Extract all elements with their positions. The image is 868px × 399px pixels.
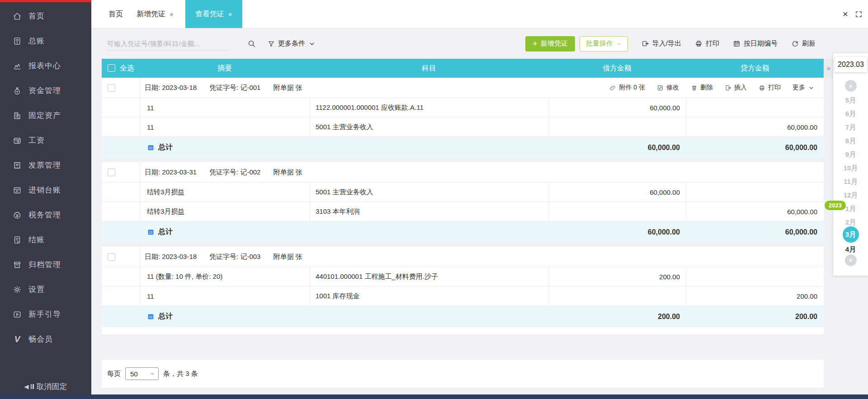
summary-cell: 结转3月损益 (147, 207, 184, 216)
tab-close-icon[interactable]: × (228, 10, 232, 18)
select-all-label: 全选 (120, 59, 134, 78)
sidebar-item-label: 税务管理 (28, 210, 61, 220)
month-item[interactable]: 11月 (833, 175, 868, 188)
sidebar-item-label: 报表中心 (28, 61, 61, 71)
debit-cell: 60,000.00 (650, 188, 680, 196)
voucher-checkbox[interactable] (108, 84, 115, 92)
voucher-line-row[interactable]: 11 1001 库存现金 200.00 (102, 286, 824, 306)
plus-icon: + (533, 40, 538, 48)
window-fullscreen-button[interactable] (855, 0, 863, 28)
sidebar: 首页 总账 报表中心 资金管理 固定资产 工资 (0, 0, 91, 394)
collapse-month-panel-button[interactable]: » (824, 59, 833, 78)
sidebar-item-label: 进销台账 (28, 185, 61, 195)
month-item[interactable]: 6月 (833, 107, 868, 121)
voucher-line-row[interactable]: 11 1122.000001.000001 应收账款.A.11 60,000.0… (102, 98, 824, 117)
sidebar-item-tax-management[interactable]: 税务管理 (0, 202, 91, 227)
sidebar-item-closing[interactable]: 结账 (0, 227, 91, 252)
window-close-button[interactable]: × (843, 0, 848, 28)
more-filters-button[interactable]: 更多条件 (268, 39, 316, 48)
double-chevron-up-icon (847, 83, 854, 89)
archive-box-icon (13, 260, 22, 269)
sidebar-item-settings[interactable]: 设置 (0, 277, 91, 302)
delete-action[interactable]: 删除 (691, 84, 713, 92)
scroll-up-button[interactable] (845, 80, 857, 92)
add-voucher-button[interactable]: + 新增凭证 (525, 36, 575, 52)
account-cell: 440101.000001 工程施工_材料费用.沙子 (316, 272, 438, 281)
voucher-checkbox[interactable] (108, 253, 115, 261)
sidebar-item-general-ledger[interactable]: 总账 (0, 28, 91, 53)
sidebar-item-fund-management[interactable]: 资金管理 (0, 78, 91, 103)
invoice-icon (13, 161, 22, 170)
money-bag-icon (13, 86, 22, 95)
sidebar-item-label: 工资 (28, 135, 45, 146)
sidebar-item-home[interactable]: 首页 (0, 4, 91, 28)
voucher-attachment-note: 附单据 张 (273, 84, 302, 92)
print-action[interactable]: 打印 (759, 84, 781, 92)
column-header-credit: 贷方金额 (741, 59, 769, 78)
tab-close-icon[interactable]: × (170, 10, 174, 18)
month-item[interactable]: 5月 (833, 94, 868, 107)
inventory-book-icon (13, 186, 22, 195)
voucher-line-row[interactable]: 11 5001 主营业务收入 60,000.00 (102, 117, 824, 137)
sidebar-item-archive-management[interactable]: 归档管理 (0, 252, 91, 277)
tab-add-voucher[interactable]: 新增凭证 × (137, 0, 174, 28)
voucher-number: 凭证字号: 记-003 (209, 253, 260, 261)
edit-action[interactable]: 修改 (657, 84, 679, 92)
sidebar-item-label: 总账 (28, 36, 45, 46)
voucher-number: 凭证字号: 记-002 (209, 168, 260, 177)
batch-operations-button[interactable]: 批量操作 (580, 36, 628, 52)
account-cell: 5001 主营业务收入 (316, 123, 373, 131)
attachment-action[interactable]: 附件 0 张 (609, 84, 645, 92)
voucher-checkbox[interactable] (108, 169, 115, 176)
printer-icon (695, 40, 703, 47)
edit-icon (657, 84, 664, 91)
chevron-down-icon (808, 84, 815, 91)
debit-cell: 200.00 (659, 273, 680, 281)
content-area: » 全选 摘要 科目 借方金额 贷方金额 日期: 20 (91, 59, 868, 394)
sidebar-item-invoice-management[interactable]: 发票管理 (0, 153, 91, 178)
month-item[interactable]: 8月 (833, 134, 868, 148)
sidebar-item-purchase-sales-ledger[interactable]: 进销台账 (0, 178, 91, 202)
refresh-icon (791, 40, 799, 47)
sidebar-item-beginner-guide[interactable]: 新手引导 (0, 302, 91, 327)
tab-home[interactable]: 首页 (108, 0, 123, 28)
month-item[interactable]: 12月 (833, 188, 868, 202)
debit-cell: 60,000.00 (650, 104, 680, 112)
select-all-checkbox[interactable] (108, 64, 115, 72)
sidebar-item-label: 固定资产 (28, 110, 61, 121)
more-action[interactable]: 更多 (793, 84, 815, 92)
refresh-button[interactable]: 刷新 (791, 39, 816, 48)
month-item-selected[interactable]: 3月 (833, 228, 868, 241)
summary-cell: 结转3月损益 (147, 188, 184, 197)
chevron-down-icon (616, 41, 622, 47)
import-export-button[interactable]: 导入/导出 (642, 39, 681, 48)
search-input[interactable] (106, 37, 228, 51)
insert-action[interactable]: 插入 (725, 84, 747, 92)
trash-icon (691, 84, 698, 91)
voucher-line-row[interactable]: 11 (数量: 10 件, 单价: 20) 440101.000001 工程施工… (102, 267, 824, 286)
sidebar-item-report-center[interactable]: 报表中心 (0, 53, 91, 78)
voucher-group: 日期: 2023-03-31 凭证字号: 记-002 附单据 张 结转3月损益 … (102, 162, 824, 243)
sidebar-item-payroll[interactable]: 工资 (0, 128, 91, 153)
month-item[interactable]: 10月 (833, 161, 868, 175)
voucher-header-row[interactable]: 日期: 2023-03-18 凭证字号: 记-001 附单据 张 附件 0 张 (102, 78, 824, 98)
unpin-sidebar-button[interactable]: ◀ 取消固定 (0, 381, 91, 392)
month-item[interactable]: 7月 (833, 121, 868, 134)
sidebar-item-fixed-assets[interactable]: 固定资产 (0, 103, 91, 128)
voucher-header-row[interactable]: 日期: 2023-03-31 凭证字号: 记-002 附单据 张 (102, 162, 824, 183)
number-by-date-button[interactable]: 按日期编号 (733, 39, 778, 48)
voucher-line-row[interactable]: 结转3月损益 3103 本年利润 60,000.00 (102, 202, 824, 221)
voucher-header-row[interactable]: 日期: 2023-03-18 凭证字号: 记-003 附单据 张 (102, 247, 824, 267)
search-icon (247, 39, 256, 48)
scroll-down-button[interactable] (845, 254, 857, 266)
total-label-cell: 总计 (102, 137, 548, 158)
search-button[interactable] (247, 39, 256, 48)
tab-view-voucher[interactable]: 查看凭证 × (185, 0, 242, 28)
unpin-label: 取消固定 (37, 381, 67, 392)
page-size-select[interactable]: 50 (125, 367, 159, 380)
sidebar-item-member[interactable]: V 畅会员 (0, 327, 91, 352)
print-button[interactable]: 打印 (695, 39, 719, 48)
summary-cell: 11 (147, 292, 154, 300)
voucher-line-row[interactable]: 结转3月损益 5001 主营业务收入 60,000.00 (102, 183, 824, 202)
month-item[interactable]: 9月 (833, 148, 868, 161)
